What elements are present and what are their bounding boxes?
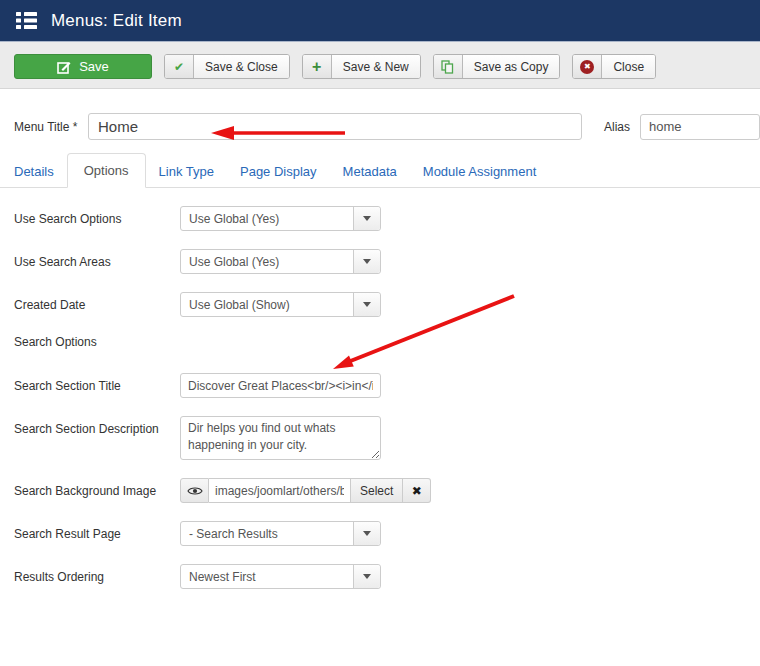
save-and-close-button[interactable]: ✔ Save & Close [164,54,290,79]
alias-label: Alias [604,120,640,134]
chevron-down-icon [353,522,380,545]
plus-icon: + [303,55,332,78]
save-as-copy-button[interactable]: Save as Copy [433,54,561,79]
save-and-close-label: Save & Close [194,55,289,78]
save-button[interactable]: Save [14,54,152,79]
joomla-edit-menu-item-page: Menus: Edit Item Save ✔ Save & Close + S… [0,0,760,666]
edit-item-tabs: Details Options Link Type Page Display M… [0,152,760,188]
title-row: Menu Title * Alias [14,113,760,140]
select-image-button[interactable]: Select [350,478,403,503]
created-date-select[interactable]: Use Global (Show) [180,292,381,317]
search-result-page-value: - Search Results [181,522,353,545]
field-row-search-section-title: Search Section Title [14,373,746,398]
search-result-page-label: Search Result Page [14,527,180,541]
menus-list-icon [16,10,37,31]
clear-image-button[interactable]: ✖ [403,478,431,503]
save-and-new-label: Save & New [332,55,420,78]
tab-details[interactable]: Details [14,155,67,188]
results-ordering-select[interactable]: Newest First [180,564,381,589]
menu-title-label: Menu Title * [14,120,88,134]
results-ordering-label: Results Ordering [14,570,180,584]
edit-pencil-icon [57,60,71,74]
copy-icon [434,55,463,78]
created-date-value: Use Global (Show) [181,293,353,316]
chevron-down-icon [353,250,380,273]
tab-link-type[interactable]: Link Type [146,155,227,188]
toolbar: Save ✔ Save & Close + Save & New Save as… [0,42,760,89]
clear-x-icon: ✖ [412,484,422,498]
check-icon: ✔ [165,55,194,78]
chevron-down-icon [353,565,380,588]
page-title: Menus: Edit Item [51,11,182,31]
options-panel: Use Search Options Use Global (Yes) Use … [0,188,760,647]
tab-module-assignment[interactable]: Module Assignment [410,155,549,188]
search-section-title-label: Search Section Title [14,379,180,393]
search-section-description-textarea[interactable] [180,416,381,460]
use-search-options-label: Use Search Options [14,212,180,226]
search-background-image-path-input[interactable] [209,478,350,503]
use-search-areas-select[interactable]: Use Global (Yes) [180,249,381,274]
header-bar: Menus: Edit Item [0,0,760,42]
results-ordering-value: Newest First [181,565,353,588]
tab-metadata[interactable]: Metadata [330,155,410,188]
field-row-created-date: Created Date Use Global (Show) [14,292,746,317]
save-and-new-button[interactable]: + Save & New [302,54,421,79]
use-search-options-value: Use Global (Yes) [181,207,353,230]
preview-eye-icon[interactable] [180,478,209,503]
search-result-page-select[interactable]: - Search Results [180,521,381,546]
close-circle-icon: ✖ [573,55,602,78]
search-section-title-input[interactable] [180,373,381,398]
search-section-description-label: Search Section Description [14,416,180,436]
use-search-areas-label: Use Search Areas [14,255,180,269]
field-row-results-ordering: Results Ordering Newest First [14,564,746,589]
use-search-options-select[interactable]: Use Global (Yes) [180,206,381,231]
close-button[interactable]: ✖ Close [572,54,656,79]
field-row-search-section-description: Search Section Description [14,416,746,460]
chevron-down-icon [353,207,380,230]
created-date-label: Created Date [14,298,180,312]
close-label: Close [602,55,655,78]
alias-input[interactable] [640,114,760,140]
chevron-down-icon [353,293,380,316]
field-row-use-search-areas: Use Search Areas Use Global (Yes) [14,249,746,274]
field-row-search-result-page: Search Result Page - Search Results [14,521,746,546]
save-button-label: Save [79,59,109,74]
field-row-use-search-options: Use Search Options Use Global (Yes) [14,206,746,231]
search-options-heading: Search Options [14,335,746,349]
tab-page-display[interactable]: Page Display [227,155,330,188]
search-background-image-group: Select ✖ [180,478,431,503]
tab-options[interactable]: Options [67,153,146,188]
menu-title-input[interactable] [88,113,582,140]
field-row-search-background-image: Search Background Image Select ✖ [14,478,746,503]
use-search-areas-value: Use Global (Yes) [181,250,353,273]
save-as-copy-label: Save as Copy [463,55,560,78]
search-background-image-label: Search Background Image [14,484,180,498]
